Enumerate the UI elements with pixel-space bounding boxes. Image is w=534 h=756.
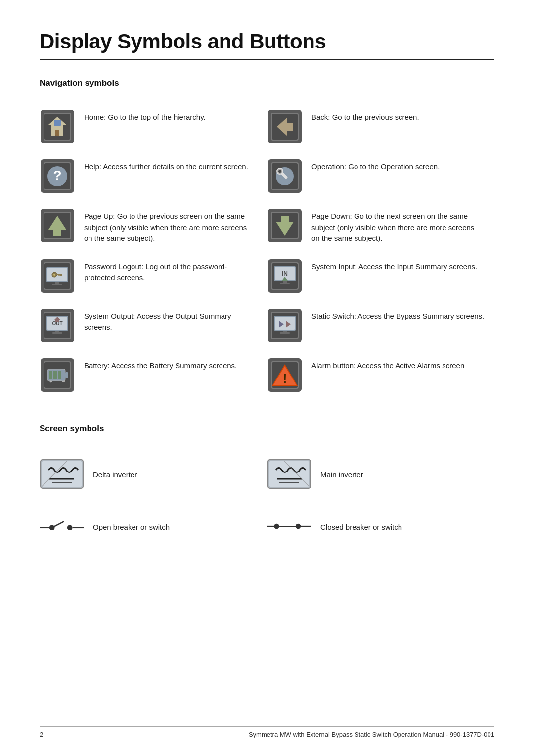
back-icon (267, 109, 303, 144)
svg-text:IN: IN (282, 270, 288, 277)
system-output-description: System Output: Access the Output Summary… (84, 308, 257, 333)
svg-line-97 (52, 521, 64, 528)
page-down-description: Page Down: Go to the next screen on the … (312, 208, 485, 244)
main-inverter-description: Main inverter (320, 467, 363, 481)
password-logout-icon (40, 258, 75, 294)
page-up-icon (40, 208, 75, 243)
symbol-item-alarm: ! Alarm button: Access the Active Alarms… (267, 350, 494, 400)
svg-point-103 (296, 523, 301, 529)
footer-document-title: Symmetra MW with External Bypass Static … (249, 731, 494, 738)
home-icon (40, 109, 75, 144)
open-breaker-description: Open breaker or switch (93, 519, 170, 533)
symbol-item-operation: Operation: Go to the Operation screen. (267, 151, 494, 201)
page-title: Display Symbols and Buttons (40, 30, 494, 53)
symbol-item-help: ? Help: Access further details on the cu… (40, 151, 267, 201)
system-input-description: System Input: Access the Input Summary s… (312, 258, 477, 273)
screen-section: Screen symbols Delta inverter (40, 424, 494, 553)
static-switch-description: Static Switch: Access the Bypass Summary… (312, 308, 484, 322)
symbol-item-system-input: IN System Input: Access the Input Summar… (267, 251, 494, 301)
delta-inverter-description: Delta inverter (93, 467, 137, 481)
operation-description: Operation: Go to the Operation screen. (312, 158, 440, 173)
home-description: Home: Go to the top of the hierarchy. (84, 109, 206, 123)
help-icon: ? (40, 158, 75, 194)
alarm-description: Alarm button: Access the Active Alarms s… (312, 357, 464, 372)
navigation-section: Navigation symbols Home: Go to the top o… (40, 78, 494, 400)
navigation-symbol-grid: Home: Go to the top of the hierarchy. Ba… (40, 102, 494, 400)
screen-symbol-delta-inverter: Delta inverter (40, 448, 267, 500)
closed-breaker-icon (267, 509, 312, 544)
svg-rect-38 (60, 274, 62, 276)
svg-rect-91 (269, 461, 309, 487)
system-output-icon: OUT (40, 308, 75, 343)
open-breaker-icon (40, 509, 84, 544)
svg-rect-73 (65, 372, 68, 378)
svg-rect-68 (280, 332, 290, 334)
section-divider (40, 410, 494, 410)
closed-breaker-description: Closed breaker or switch (320, 519, 402, 533)
svg-rect-39 (58, 274, 60, 276)
svg-text:?: ? (53, 168, 61, 183)
page-footer: 2 Symmetra MW with External Bypass Stati… (40, 726, 494, 738)
svg-rect-76 (58, 371, 61, 379)
main-inverter-icon (267, 457, 312, 491)
battery-icon: + − (40, 357, 75, 393)
svg-text:!: ! (283, 371, 287, 386)
svg-rect-59 (52, 332, 62, 334)
svg-rect-67 (283, 331, 287, 332)
symbol-item-battery: + − Battery: Access the Battery Summary … (40, 350, 267, 400)
operation-icon (267, 158, 303, 194)
svg-point-98 (67, 525, 73, 530)
symbol-item-password-logout: Password Logout: Log out of the password… (40, 251, 267, 301)
svg-text:+: + (49, 378, 52, 384)
symbol-item-page-up: Page Up: Go to the previous screen on th… (40, 201, 267, 251)
svg-rect-4 (54, 120, 61, 126)
back-description: Back: Go to the previous screen. (312, 109, 419, 123)
static-switch-icon (267, 308, 303, 343)
screen-symbol-grid: Delta inverter Main inverter (40, 448, 494, 553)
svg-rect-75 (53, 371, 57, 379)
svg-rect-64 (275, 317, 295, 330)
svg-rect-49 (283, 281, 287, 283)
page-down-icon (267, 208, 303, 243)
symbol-item-static-switch: Static Switch: Access the Bypass Summary… (267, 301, 494, 350)
system-input-icon: IN (267, 258, 303, 294)
svg-rect-50 (280, 283, 290, 284)
page-up-description: Page Up: Go to the previous screen on th… (84, 208, 257, 244)
svg-text:−: − (62, 378, 65, 384)
symbol-item-system-output: OUT System Output: Access the Output Sum… (40, 301, 267, 350)
battery-description: Battery: Access the Battery Summary scre… (84, 357, 237, 372)
screen-symbol-main-inverter: Main inverter (267, 448, 494, 500)
password-logout-description: Password Logout: Log out of the password… (84, 258, 257, 284)
title-divider (40, 59, 494, 60)
svg-rect-58 (55, 331, 59, 332)
delta-inverter-icon (40, 457, 84, 491)
screen-section-title: Screen symbols (40, 424, 494, 434)
svg-rect-86 (42, 461, 82, 487)
footer-page-number: 2 (40, 731, 43, 738)
navigation-section-title: Navigation symbols (40, 78, 494, 88)
svg-rect-5 (55, 130, 59, 136)
svg-rect-40 (55, 282, 59, 284)
svg-point-36 (53, 274, 55, 276)
alarm-icon: ! (267, 357, 303, 393)
help-description: Help: Access further details on the curr… (84, 158, 248, 173)
screen-symbol-closed-breaker: Closed breaker or switch (267, 500, 494, 553)
svg-rect-41 (52, 284, 62, 285)
screen-symbol-open-breaker: Open breaker or switch (40, 500, 267, 553)
symbol-item-page-down: Page Down: Go to the next screen on the … (267, 201, 494, 251)
symbol-item-back: Back: Go to the previous screen. (267, 102, 494, 151)
symbol-item-home: Home: Go to the top of the hierarchy. (40, 102, 267, 151)
